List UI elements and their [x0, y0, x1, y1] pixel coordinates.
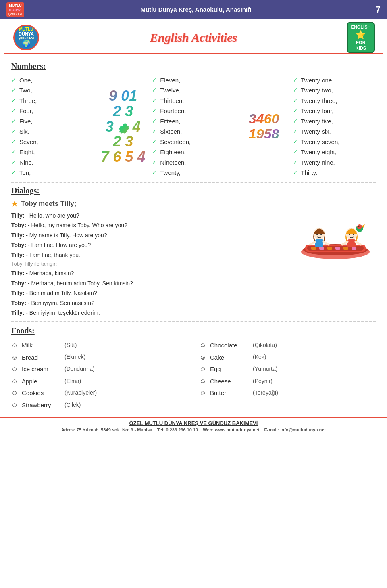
dialog-block: ★ Toby meets Tilly; Tilly: - Hello, who … — [11, 199, 376, 318]
svg-rect-17 — [347, 239, 356, 247]
top-right-logo: ENGLISH ⭐ FOR KIDS — [343, 23, 379, 52]
dialog-line-2: Toby: - Hello, my name is Toby. Who are … — [11, 220, 287, 230]
number-seventeen: ✓Seventeen, — [152, 137, 235, 147]
english-kids-badge: ENGLISH ⭐ FOR KIDS — [347, 22, 375, 54]
dialog-title: ★ Toby meets Tilly; — [11, 199, 287, 208]
smiley-icon-2: ☺ — [11, 352, 19, 364]
check-icon-16: ✓ — [152, 127, 158, 136]
number-thirteen: ✓Thirteen, — [152, 96, 235, 106]
check-icon-27: ✓ — [293, 137, 300, 147]
smiley-icon-7: ☺ — [200, 339, 208, 352]
page-footer: ÖZEL MUTLU DÜNYA KREŞ VE GÜNDÜZ BAKIMEVİ… — [0, 417, 387, 433]
food-cookies: ☺ Cookies (Kurabiyeler) — [11, 387, 187, 399]
svg-rect-6 — [327, 247, 332, 250]
footer-title: ÖZEL MUTLU DÜNYA KREŞ VE GÜNDÜZ BAKIMEVİ — [8, 420, 379, 426]
number-eleven: ✓Eleven, — [152, 75, 235, 86]
foods-grid: ☺ Milk (Süt) ☺ Bread (Ekmek) ☺ Ice cream… — [11, 339, 376, 411]
check-icon-23: ✓ — [293, 96, 300, 106]
food-chocolate: ☺ Chocolate (Çikolata) — [200, 339, 376, 352]
header-title: Mutlu Dünya Kreş, Anaokulu, Anasınıfı — [24, 6, 368, 13]
numbers-col-2: ✓Eleven, ✓Twelve, ✓Thirteen, ✓Fourteen, … — [152, 75, 235, 178]
number-twenty-eight: ✓Twenty eight, — [293, 147, 376, 157]
check-icon-22: ✓ — [293, 86, 300, 95]
smiley-icon-11: ☺ — [200, 387, 208, 399]
address-label: Adres: — [61, 427, 75, 432]
svg-point-14 — [316, 234, 318, 235]
carpet-ride-svg — [297, 199, 374, 260]
check-icon-10: ✓ — [11, 168, 18, 178]
svg-point-15 — [320, 234, 322, 235]
number-nine: ✓Nine, — [11, 157, 94, 168]
check-icon-1: ✓ — [11, 75, 18, 85]
number-four: ✓Four, — [11, 106, 94, 116]
page-number: 7 — [368, 4, 381, 15]
dialog-illustration — [295, 199, 376, 260]
page-main-title: English Activities — [150, 31, 237, 44]
smiley-icon-9: ☺ — [200, 363, 208, 375]
food-cake: ☺ Cake (Kek) — [200, 352, 376, 364]
number-twelve: ✓Twelve, — [152, 85, 235, 96]
dialog-tr-line-2: Toby: - Merhaba, benim adım Toby. Sen ki… — [11, 278, 287, 289]
email-value: info@mutludunya.net — [280, 427, 326, 432]
food-milk: ☺ Milk (Süt) — [11, 339, 187, 352]
footer-address: Adres: 75.Yıl mah. 5349 sok. No: 9 - Man… — [8, 427, 379, 432]
check-icon-15: ✓ — [152, 117, 158, 126]
tel-value: 0.236.236 10 10 — [166, 427, 198, 432]
dialog-tr-line-3: Tilly: - Benim adım Tilly. Nasılsın? — [11, 288, 287, 298]
dialog-line-3: Tilly: - My name is Tilly. How are you? — [11, 230, 287, 241]
smiley-icon-5: ☺ — [11, 387, 19, 399]
svg-point-24 — [358, 226, 360, 227]
star-icon: ★ — [11, 199, 18, 208]
svg-line-19 — [356, 242, 361, 245]
smiley-icon-3: ☺ — [11, 363, 19, 375]
food-strawberry: ☺ Strawberry (Çilek) — [11, 399, 187, 411]
dialog-tr-line-1: Tilly: - Merhaba, kimsin? — [11, 268, 287, 278]
number-twenty: ✓Twenty, — [152, 167, 235, 178]
smiley-icon-8: ☺ — [200, 352, 208, 364]
dialog-tr-line-4: Toby: - Ben iyiyim. Sen nasılsın? — [11, 298, 287, 308]
svg-point-21 — [353, 234, 354, 235]
check-icon-7: ✓ — [11, 137, 18, 147]
smiley-icon-4: ☺ — [11, 375, 19, 387]
number-twenty-six: ✓Twenty six, — [293, 126, 376, 137]
food-egg: ☺ Egg (Yumurta) — [200, 363, 376, 375]
svg-line-13 — [323, 242, 329, 245]
number-twenty-one: ✓Twenty one, — [293, 75, 376, 86]
check-icon-30: ✓ — [293, 168, 300, 178]
check-icon-29: ✓ — [293, 158, 300, 167]
svg-rect-4 — [311, 247, 316, 250]
dialog-translation: Toby Tilly ile tanışır; — [11, 261, 287, 267]
check-icon-3: ✓ — [11, 96, 18, 106]
foods-section: Foods: ☺ Milk (Süt) ☺ Bread (Ekmek) ☺ Ic… — [11, 326, 376, 411]
svg-rect-11 — [315, 239, 323, 247]
smiley-icon-1: ☺ — [11, 339, 19, 352]
number-eight: ✓Eight, — [11, 147, 94, 157]
check-icon-17: ✓ — [152, 137, 158, 147]
number-two: ✓Two, — [11, 85, 94, 96]
food-bread: ☺ Bread (Ekmek) — [11, 352, 187, 364]
dialogs-heading: Dialogs: — [11, 186, 376, 195]
check-icon-20: ✓ — [152, 168, 158, 178]
check-icon-13: ✓ — [152, 96, 158, 106]
dialogs-section: Dialogs: ★ Toby meets Tilly; Tilly: - He… — [11, 186, 376, 318]
web-value: www.mutludunya.net — [215, 427, 259, 432]
svg-line-18 — [342, 242, 347, 245]
check-icon-28: ✓ — [293, 147, 300, 157]
smiley-icon-6: ☺ — [11, 399, 19, 411]
number-eighteen: ✓Eighteen, — [152, 147, 235, 157]
number-twenty-nine: ✓Twenty nine, — [293, 157, 376, 168]
top-area: MUTLU DÜNYA Çocuk Evi 🌍 English Activiti… — [0, 19, 387, 53]
number-twenty-five: ✓Twenty five, — [293, 116, 376, 127]
number-twenty-four: ✓Twenty four, — [293, 106, 376, 116]
svg-point-23 — [357, 224, 362, 229]
number-twenty-two: ✓Twenty two, — [293, 85, 376, 96]
address-value: 75.Yıl mah. 5349 sok. No: 9 - Manisa — [77, 427, 152, 432]
check-icon-24: ✓ — [293, 106, 300, 116]
check-icon-2: ✓ — [11, 86, 18, 95]
svg-rect-8 — [343, 247, 348, 250]
top-left-logo: MUTLU DÜNYA Çocuk Evi 🌍 — [8, 23, 44, 52]
check-icon-14: ✓ — [152, 106, 158, 116]
check-icon-25: ✓ — [293, 117, 300, 126]
dialog-line-1: Tilly: - Hello, who are you? — [11, 211, 287, 221]
number-three: ✓Three, — [11, 96, 94, 106]
